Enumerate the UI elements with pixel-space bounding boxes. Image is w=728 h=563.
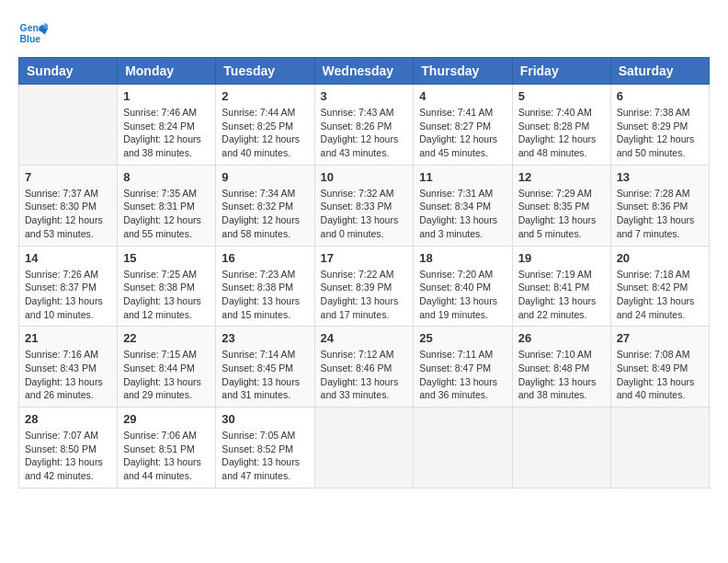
day-info: Sunrise: 7:44 AMSunset: 8:25 PMDaylight:… <box>222 106 308 160</box>
calendar-cell: 28Sunrise: 7:07 AMSunset: 8:50 PMDayligh… <box>19 408 118 488</box>
day-info: Sunrise: 7:20 AMSunset: 8:40 PMDaylight:… <box>419 268 506 322</box>
day-info: Sunrise: 7:19 AMSunset: 8:41 PMDaylight:… <box>518 268 605 322</box>
calendar-cell: 8Sunrise: 7:35 AMSunset: 8:31 PMDaylight… <box>118 165 216 246</box>
day-info: Sunrise: 7:40 AMSunset: 8:28 PMDaylight:… <box>518 106 605 160</box>
calendar-cell <box>314 408 414 488</box>
calendar-cell: 17Sunrise: 7:22 AMSunset: 8:39 PMDayligh… <box>314 246 414 327</box>
logo: General Blue <box>18 18 51 48</box>
day-info: Sunrise: 7:41 AMSunset: 8:27 PMDaylight:… <box>419 106 506 160</box>
day-number: 11 <box>419 170 506 184</box>
calendar-cell: 9Sunrise: 7:34 AMSunset: 8:32 PMDaylight… <box>216 165 314 246</box>
calendar-cell: 19Sunrise: 7:19 AMSunset: 8:41 PMDayligh… <box>512 246 610 327</box>
calendar-cell: 15Sunrise: 7:25 AMSunset: 8:38 PMDayligh… <box>118 246 216 327</box>
day-info: Sunrise: 7:18 AMSunset: 8:42 PMDaylight:… <box>617 268 703 322</box>
calendar-cell: 4Sunrise: 7:41 AMSunset: 8:27 PMDaylight… <box>414 85 512 166</box>
day-number: 24 <box>321 331 408 345</box>
day-number: 8 <box>123 170 210 184</box>
day-number: 17 <box>321 251 408 265</box>
calendar-cell: 2Sunrise: 7:44 AMSunset: 8:25 PMDaylight… <box>216 85 314 166</box>
calendar-cell <box>19 85 118 166</box>
week-row-1: 1Sunrise: 7:46 AMSunset: 8:24 PMDaylight… <box>19 85 710 166</box>
day-number: 16 <box>222 251 308 265</box>
day-number: 28 <box>25 412 111 426</box>
logo-icon: General Blue <box>18 18 48 48</box>
calendar-header-row: SundayMondayTuesdayWednesdayThursdayFrid… <box>19 58 710 85</box>
calendar-cell <box>414 408 512 488</box>
day-info: Sunrise: 7:12 AMSunset: 8:46 PMDaylight:… <box>321 348 408 402</box>
day-info: Sunrise: 7:23 AMSunset: 8:38 PMDaylight:… <box>222 268 308 322</box>
day-info: Sunrise: 7:05 AMSunset: 8:52 PMDaylight:… <box>222 429 308 483</box>
day-number: 2 <box>222 89 308 103</box>
day-number: 6 <box>617 89 703 103</box>
header-thursday: Thursday <box>414 58 512 85</box>
day-info: Sunrise: 7:06 AMSunset: 8:51 PMDaylight:… <box>123 429 210 483</box>
day-number: 4 <box>419 89 506 103</box>
day-info: Sunrise: 7:46 AMSunset: 8:24 PMDaylight:… <box>123 106 210 160</box>
day-info: Sunrise: 7:07 AMSunset: 8:50 PMDaylight:… <box>25 429 111 483</box>
day-info: Sunrise: 7:10 AMSunset: 8:48 PMDaylight:… <box>518 348 605 402</box>
week-row-5: 28Sunrise: 7:07 AMSunset: 8:50 PMDayligh… <box>19 408 710 488</box>
header-sunday: Sunday <box>19 58 118 85</box>
calendar-cell: 11Sunrise: 7:31 AMSunset: 8:34 PMDayligh… <box>414 165 512 246</box>
calendar: SundayMondayTuesdayWednesdayThursdayFrid… <box>18 57 710 488</box>
day-info: Sunrise: 7:38 AMSunset: 8:29 PMDaylight:… <box>617 106 703 160</box>
week-row-2: 7Sunrise: 7:37 AMSunset: 8:30 PMDaylight… <box>19 165 710 246</box>
day-number: 23 <box>222 331 308 345</box>
day-number: 30 <box>222 412 308 426</box>
day-info: Sunrise: 7:11 AMSunset: 8:47 PMDaylight:… <box>419 348 506 402</box>
calendar-cell: 16Sunrise: 7:23 AMSunset: 8:38 PMDayligh… <box>216 246 314 327</box>
calendar-cell: 26Sunrise: 7:10 AMSunset: 8:48 PMDayligh… <box>512 327 610 408</box>
day-number: 12 <box>518 170 605 184</box>
calendar-cell: 5Sunrise: 7:40 AMSunset: 8:28 PMDaylight… <box>512 85 610 166</box>
calendar-cell: 12Sunrise: 7:29 AMSunset: 8:35 PMDayligh… <box>512 165 610 246</box>
calendar-cell: 22Sunrise: 7:15 AMSunset: 8:44 PMDayligh… <box>118 327 216 408</box>
day-info: Sunrise: 7:37 AMSunset: 8:30 PMDaylight:… <box>25 187 111 241</box>
day-info: Sunrise: 7:29 AMSunset: 8:35 PMDaylight:… <box>518 187 605 241</box>
header-wednesday: Wednesday <box>314 58 414 85</box>
day-info: Sunrise: 7:31 AMSunset: 8:34 PMDaylight:… <box>419 187 506 241</box>
day-number: 20 <box>617 251 703 265</box>
header-tuesday: Tuesday <box>216 58 314 85</box>
day-number: 14 <box>25 251 111 265</box>
day-info: Sunrise: 7:15 AMSunset: 8:44 PMDaylight:… <box>123 348 210 402</box>
day-number: 13 <box>617 170 703 184</box>
svg-text:Blue: Blue <box>20 34 41 44</box>
day-number: 27 <box>617 331 703 345</box>
calendar-cell: 14Sunrise: 7:26 AMSunset: 8:37 PMDayligh… <box>19 246 118 327</box>
header: General Blue <box>18 18 710 48</box>
day-number: 29 <box>123 412 210 426</box>
day-info: Sunrise: 7:08 AMSunset: 8:49 PMDaylight:… <box>617 348 703 402</box>
calendar-cell: 3Sunrise: 7:43 AMSunset: 8:26 PMDaylight… <box>314 85 414 166</box>
day-number: 3 <box>321 89 408 103</box>
calendar-cell: 24Sunrise: 7:12 AMSunset: 8:46 PMDayligh… <box>314 327 414 408</box>
calendar-cell: 29Sunrise: 7:06 AMSunset: 8:51 PMDayligh… <box>118 408 216 488</box>
calendar-cell: 6Sunrise: 7:38 AMSunset: 8:29 PMDaylight… <box>610 85 709 166</box>
day-number: 18 <box>419 251 506 265</box>
header-friday: Friday <box>512 58 610 85</box>
week-row-4: 21Sunrise: 7:16 AMSunset: 8:43 PMDayligh… <box>19 327 710 408</box>
calendar-cell: 7Sunrise: 7:37 AMSunset: 8:30 PMDaylight… <box>19 165 118 246</box>
day-info: Sunrise: 7:14 AMSunset: 8:45 PMDaylight:… <box>222 348 308 402</box>
day-number: 9 <box>222 170 308 184</box>
day-number: 15 <box>123 251 210 265</box>
calendar-cell: 21Sunrise: 7:16 AMSunset: 8:43 PMDayligh… <box>19 327 118 408</box>
day-number: 1 <box>123 89 210 103</box>
day-number: 19 <box>518 251 605 265</box>
day-info: Sunrise: 7:16 AMSunset: 8:43 PMDaylight:… <box>25 348 111 402</box>
calendar-cell: 20Sunrise: 7:18 AMSunset: 8:42 PMDayligh… <box>610 246 709 327</box>
day-info: Sunrise: 7:28 AMSunset: 8:36 PMDaylight:… <box>617 187 703 241</box>
day-info: Sunrise: 7:22 AMSunset: 8:39 PMDaylight:… <box>321 268 408 322</box>
calendar-cell <box>610 408 709 488</box>
day-number: 21 <box>25 331 111 345</box>
day-number: 26 <box>518 331 605 345</box>
calendar-cell <box>512 408 610 488</box>
day-info: Sunrise: 7:26 AMSunset: 8:37 PMDaylight:… <box>25 268 111 322</box>
header-saturday: Saturday <box>610 58 709 85</box>
day-info: Sunrise: 7:34 AMSunset: 8:32 PMDaylight:… <box>222 187 308 241</box>
calendar-cell: 13Sunrise: 7:28 AMSunset: 8:36 PMDayligh… <box>610 165 709 246</box>
day-number: 5 <box>518 89 605 103</box>
day-info: Sunrise: 7:32 AMSunset: 8:33 PMDaylight:… <box>321 187 408 241</box>
calendar-cell: 10Sunrise: 7:32 AMSunset: 8:33 PMDayligh… <box>314 165 414 246</box>
day-info: Sunrise: 7:35 AMSunset: 8:31 PMDaylight:… <box>123 187 210 241</box>
header-monday: Monday <box>118 58 216 85</box>
